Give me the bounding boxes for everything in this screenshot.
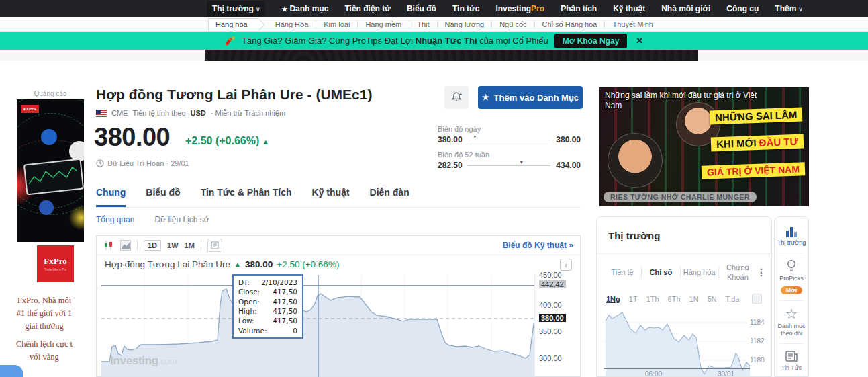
- commodities-sub-nav: Hàng hóa Hàng Hóa Kim loại Hàng mềm Thịt…: [0, 17, 868, 32]
- top-nav: Thị trường∨ ★Danh mục Tiền điện tử Biểu …: [0, 0, 868, 17]
- mrange-1n[interactable]: 1N: [689, 295, 699, 303]
- bar-chart-icon: [785, 225, 798, 237]
- nav-tin-tuc[interactable]: Tin tức: [452, 4, 479, 13]
- w52-range-label: Biên độ 52 tuần: [438, 151, 581, 159]
- range-1m[interactable]: 1M: [185, 241, 195, 249]
- blue-dot-decoration: [41, 129, 57, 145]
- nav-ky-thuat[interactable]: Kỹ thuật: [613, 4, 645, 13]
- alert-bell-button[interactable]: +: [444, 86, 469, 109]
- market-tabs: Tiền tệ Chỉ số Hàng hóa Chứng Khoán: [604, 261, 757, 283]
- toolbar-propicks[interactable]: ProPicks Mới: [776, 259, 807, 294]
- y-tick: 450,00: [539, 271, 562, 279]
- subnav-chi-so-hang-hoa[interactable]: Chỉ số Hàng hoá: [535, 20, 606, 28]
- chart-tooltip: DT:2/10/2023 Close:417,50 Open:417,50 Hi…: [232, 274, 303, 339]
- protips-promo-bar: 🧨 Tăng Giá? Giảm Giá? Cùng ProTips Đạt L…: [0, 32, 868, 50]
- phone-chart-decoration: [23, 159, 84, 196]
- star-icon: ★: [482, 93, 489, 102]
- mini-y-tick: 1180: [750, 356, 765, 364]
- mrange-1t[interactable]: 1T: [629, 295, 638, 303]
- nav-cong-cu[interactable]: Công cụ: [726, 4, 759, 13]
- fxpro-ad-text[interactable]: FxPro. Nhà môi #1 thế giới với 1 giải th…: [0, 294, 89, 364]
- market-tab-tien-te[interactable]: Tiền tệ: [604, 266, 642, 278]
- unlock-now-button[interactable]: Mở Khóa Ngay: [554, 34, 628, 48]
- new-badge: Mới: [781, 286, 802, 294]
- nav-thi-truong[interactable]: Thị trường∨: [207, 1, 265, 17]
- exchange-label: CME: [111, 109, 128, 117]
- chart-price: 380.00: [245, 259, 273, 269]
- mrange-5n[interactable]: 5N: [708, 295, 717, 303]
- subnav-hang-hoa[interactable]: Hàng Hóa: [268, 20, 317, 28]
- mrange-1ng[interactable]: 1Ng: [606, 295, 620, 303]
- subnav-kim-loai[interactable]: Kim loại: [316, 20, 358, 28]
- fxpro-logo[interactable]: FxPro Trade Like a Pro: [37, 245, 74, 282]
- nav-bieu-do[interactable]: Biểu đồ: [407, 4, 436, 13]
- lightbulb-icon: [785, 259, 798, 273]
- divider: [597, 253, 771, 254]
- market-range-selector: 1Ng 1T 1Th 6Th 1N 5N T.da: [606, 294, 762, 304]
- subnav-hang-mem[interactable]: Hàng mềm: [358, 20, 409, 28]
- candlestick-icon[interactable]: [103, 240, 114, 251]
- mrange-6th[interactable]: 6Th: [668, 295, 681, 303]
- toolbar-watchlist[interactable]: ☆ Danh mục theo dõi: [776, 307, 807, 337]
- nav-investing-pro[interactable]: InvestingPro: [495, 4, 544, 13]
- chart-instrument-name: Hợp đồng Tương Lai Phân Ure: [105, 259, 230, 269]
- page-title: Hợp đồng Tương Lai Phân Ure - (UMEc1): [96, 87, 372, 103]
- ad-banner-cropped[interactable]: [205, 50, 698, 61]
- nav-nha-moi-gioi[interactable]: Nhà môi giới: [661, 4, 710, 13]
- nav-tien-dien-tu[interactable]: Tiền điện tử: [344, 4, 390, 13]
- up-arrow-icon: ▲: [262, 138, 269, 146]
- subnav-nang-luong[interactable]: Năng lượng: [438, 20, 493, 28]
- video-ad[interactable]: Những sai lầm khi mới đầu tư giá trị ở V…: [599, 87, 809, 206]
- calendar-icon[interactable]: [752, 294, 762, 304]
- breadcrumb[interactable]: Hàng hóa: [208, 18, 258, 30]
- subnav-ngu-coc[interactable]: Ngũ cốc: [492, 20, 534, 28]
- technical-chart-link[interactable]: Biểu đồ Kỹ thuật »: [503, 241, 573, 250]
- chart-subheader: Hợp đồng Tương Lai Phân Ure ▲ 380.00 +2.…: [97, 255, 580, 274]
- chevron-down-icon: ∨: [798, 6, 803, 13]
- divider: [201, 240, 201, 251]
- divider: [137, 240, 138, 251]
- range-1w[interactable]: 1W: [167, 241, 179, 249]
- subnav-thuyet-minh[interactable]: Thuyết Minh: [605, 20, 661, 28]
- blue-dot-decoration: [39, 200, 54, 215]
- tab-tin-tuc-phan-tich[interactable]: Tin Tức & Phân Tích: [201, 187, 292, 207]
- us-flag-icon: [96, 110, 107, 117]
- fxpro-ad-image[interactable]: FxPro: [17, 99, 84, 242]
- newspaper-icon: [785, 350, 798, 362]
- market-tab-chung-khoan[interactable]: Chứng Khoán: [719, 261, 757, 283]
- toolbar-news[interactable]: Tin Tức: [776, 350, 807, 372]
- video-title: Những sai lầm khi mới đầu tư giá trị ở V…: [605, 91, 759, 111]
- nav-danh-muc[interactable]: ★Danh mục: [281, 4, 328, 13]
- tab-chung[interactable]: Chung: [96, 187, 126, 207]
- subtab-du-lieu-lich-su[interactable]: Dữ liệu Lịch sử: [154, 215, 209, 224]
- mrange-1th[interactable]: 1Th: [646, 295, 659, 303]
- firecracker-icon: 🧨: [225, 36, 236, 46]
- feedback-bubble[interactable]: [0, 365, 23, 377]
- last-price: 380.00: [94, 123, 170, 152]
- tab-ky-thuat[interactable]: Kỹ thuật: [312, 187, 350, 207]
- subnav-thit[interactable]: Thịt: [409, 20, 437, 28]
- mini-y-tick: 1184: [750, 319, 765, 326]
- index-mini-chart[interactable]: [604, 310, 770, 376]
- market-tab-hang-hoa[interactable]: Hàng hóa: [681, 266, 719, 278]
- chart-events-icon[interactable]: [207, 239, 222, 252]
- market-tab-chi-so[interactable]: Chỉ số: [642, 266, 680, 278]
- subtab-tong-quan[interactable]: Tổng quan: [96, 215, 134, 224]
- mini-y-tick: 1182: [750, 337, 765, 345]
- dots-menu-icon[interactable]: ⋮: [757, 267, 766, 278]
- nav-them[interactable]: Thêm∨: [775, 4, 803, 13]
- tab-bieu-do[interactable]: Biểu đồ: [146, 187, 180, 207]
- range-1d[interactable]: 1D: [144, 240, 161, 251]
- tab-dien-dan[interactable]: Diễn đàn: [370, 187, 409, 207]
- delayed-data-note: Dữ Liệu Trì Hoãn · 29/01: [96, 159, 189, 167]
- disclaimer-link[interactable]: · Miễn trừ Trách nhiệm: [211, 109, 285, 117]
- mrange-tda[interactable]: T.da: [726, 295, 740, 303]
- chart-panel: 1D 1W 1M Biểu đồ Kỹ thuật » Hợp đồng Tươ…: [96, 235, 581, 377]
- close-icon[interactable]: ✕: [636, 36, 643, 46]
- toolbar-market[interactable]: Thị trường: [776, 225, 807, 247]
- sub-tabs: Tổng quan Dữ liệu Lịch sử: [96, 215, 209, 224]
- area-chart-icon[interactable]: [120, 240, 131, 251]
- info-icon[interactable]: i: [560, 259, 572, 271]
- nav-phan-tich[interactable]: Phân tích: [561, 4, 597, 13]
- add-to-watchlist-button[interactable]: ★ Thêm vào Danh Mục: [478, 86, 583, 109]
